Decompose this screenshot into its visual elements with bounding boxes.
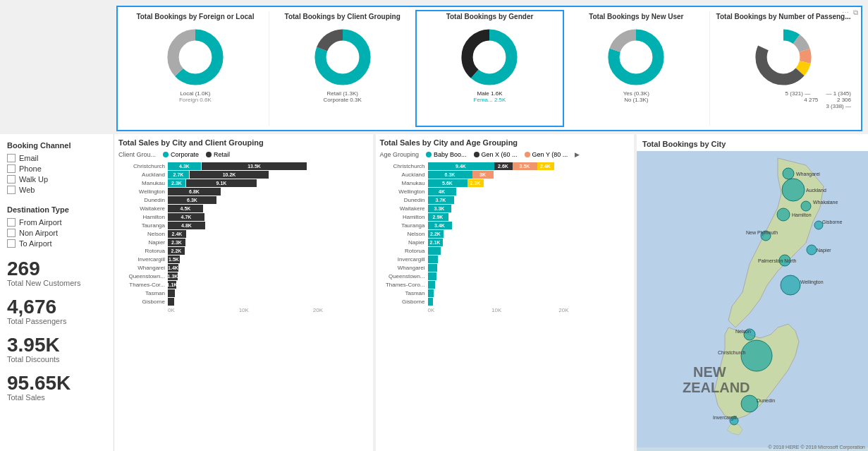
bar-row-2: Tasman bbox=[380, 289, 632, 297]
donut-1-label-1: Local (1.0K) bbox=[179, 90, 212, 97]
legend-babyboo: Baby Boo... bbox=[434, 151, 467, 158]
legend-corporate: Corporate bbox=[171, 151, 199, 158]
bar-row-2: Tauranga 3.4K bbox=[380, 222, 632, 229]
donut-panel-3: Total Bookings by Gender Male 1.6K Fema.… bbox=[415, 10, 565, 127]
filter-web[interactable]: Web bbox=[7, 186, 106, 194]
bar-row: Hamilton 4.7K bbox=[118, 213, 370, 221]
legend-genx: Gen X (60 ... bbox=[482, 151, 518, 158]
bar-row: Waitakere 4.5K bbox=[118, 205, 370, 212]
bar-chart-2-panel: Total Sales by City and Age Grouping Age… bbox=[376, 134, 635, 451]
donut-panel-4: Total Bookings by New User Yes (0.3K) No… bbox=[563, 11, 710, 126]
donut-panel-5: Total Bookings by Number of Passeng... 5… bbox=[710, 11, 857, 126]
svg-point-38 bbox=[781, 275, 800, 295]
donut-panel-2: Total Bookings by Client Grouping Retail… bbox=[269, 11, 417, 126]
map-footer: © 2018 HERE © 2018 Microsoft Corporation bbox=[768, 445, 865, 450]
svg-text:ZEALAND: ZEALAND bbox=[683, 380, 750, 395]
svg-point-26 bbox=[777, 208, 790, 221]
svg-text:Wellington: Wellington bbox=[800, 279, 824, 285]
bar-row: Invercargill 1.5K bbox=[118, 255, 370, 263]
svg-point-5 bbox=[327, 42, 357, 72]
filter-web-label: Web bbox=[19, 186, 35, 194]
svg-text:Auckland: Auckland bbox=[806, 188, 826, 193]
bar-row-2: Dunedin 3.7K bbox=[380, 196, 632, 204]
bar-row-2: Whangarei bbox=[380, 264, 632, 272]
destination-type-title: Destination Type bbox=[7, 205, 106, 214]
filter-phone[interactable]: Phone bbox=[7, 164, 106, 173]
checkbox-from-airport[interactable] bbox=[7, 218, 16, 227]
checkbox-web[interactable] bbox=[7, 186, 16, 194]
map-panel: Total Bookings by City Whangarei bbox=[637, 134, 868, 451]
donut-2-label-1: Retail (1.3K) bbox=[324, 90, 362, 97]
filter-email-label: Email bbox=[19, 154, 39, 162]
bar-row-2: Queenstown... bbox=[380, 272, 632, 280]
stat-label-passengers: Total Passengers bbox=[7, 317, 106, 325]
donut-5-label-1: 5 (321) — — 1 (345) bbox=[713, 90, 851, 97]
svg-text:Whakatane: Whakatane bbox=[813, 200, 838, 205]
svg-point-44 bbox=[741, 395, 758, 412]
donut-title-3: Total Bookings by Gender bbox=[446, 13, 534, 21]
bar-row-2: Napier 2.1K bbox=[380, 239, 632, 246]
donut-panel-1: Total Bookings by Foreign or Local Local… bbox=[122, 11, 269, 126]
svg-point-28 bbox=[801, 201, 811, 211]
donut-4-label-2: No (1.3K) bbox=[623, 97, 649, 103]
bar-row: Tasman bbox=[118, 289, 370, 297]
stat-value-sales: 95.65K bbox=[7, 373, 106, 393]
bar-chart-1-panel: Total Sales by City and Client Grouping … bbox=[114, 134, 373, 451]
legend-geny: Gen Y (80 ... bbox=[532, 151, 568, 158]
svg-text:Hamilton: Hamilton bbox=[792, 212, 812, 217]
checkbox-walkup[interactable] bbox=[7, 175, 16, 184]
donut-5-label-3: 3 (338) — bbox=[713, 103, 851, 109]
filter-to-airport-label: To Airport bbox=[19, 239, 51, 248]
filter-non-airport[interactable]: Non Airport bbox=[7, 229, 106, 237]
bar-chart-2: Christchurch 9.4K 2.6K 3.5K 2.4K Aucklan… bbox=[380, 162, 632, 313]
bar-chart-1: Christchurch 4.3K 13.5K Auckland 2.7K 10… bbox=[118, 162, 370, 313]
donut-5-label-2: 4 275 2 306 bbox=[713, 97, 851, 103]
stat-label-sales: Total Sales bbox=[7, 393, 106, 402]
filter-email[interactable]: Email bbox=[7, 154, 106, 162]
bar-chart-1-legend: Client Grou... Corporate Retail bbox=[118, 151, 370, 158]
stat-new-customers: 269 Total New Customers bbox=[7, 259, 106, 287]
bar-row: Rotorua 2.2K bbox=[118, 247, 370, 255]
filter-from-airport[interactable]: From Airport bbox=[7, 218, 106, 227]
filter-walkup[interactable]: Walk Up bbox=[7, 175, 106, 184]
stat-value-passengers: 4,676 bbox=[7, 297, 106, 317]
bar-row: Gisborne bbox=[118, 298, 370, 306]
booking-channel-group: Booking Channel Email Phone Walk Up Web bbox=[7, 141, 106, 194]
bar-row-2: Invercargill bbox=[380, 255, 632, 263]
donut-3-label-2: Fema... 2.5K bbox=[474, 97, 506, 103]
svg-point-8 bbox=[475, 42, 505, 72]
bar-row-2: Thames-Coro... bbox=[380, 281, 632, 289]
svg-point-24 bbox=[782, 179, 805, 201]
stat-value-discounts: 3.95K bbox=[7, 335, 106, 355]
bar-row: Wellington 6.8K bbox=[118, 188, 370, 196]
checkbox-non-airport[interactable] bbox=[7, 229, 16, 237]
filter-phone-label: Phone bbox=[19, 164, 42, 173]
donut-title-2: Total Bookings by Client Grouping bbox=[285, 13, 401, 21]
top-bar-icons: ⋯⧉ bbox=[842, 8, 858, 17]
bar-row-2: Wellington 4K bbox=[380, 188, 632, 196]
svg-text:Christchurch: Christchurch bbox=[718, 350, 745, 355]
bar-row-2: Waitakere 3.3K bbox=[380, 205, 632, 212]
checkbox-to-airport[interactable] bbox=[7, 239, 16, 248]
stat-value-customers: 269 bbox=[7, 259, 106, 279]
destination-type-group: Destination Type From Airport Non Airpor… bbox=[7, 205, 106, 248]
svg-text:New Plymouth: New Plymouth bbox=[746, 230, 778, 236]
filter-to-airport[interactable]: To Airport bbox=[7, 239, 106, 248]
svg-point-34 bbox=[807, 245, 817, 255]
map-title: Total Bookings by City bbox=[637, 134, 868, 151]
stat-discounts: 3.95K Total Discounts bbox=[7, 335, 106, 363]
donut-title-4: Total Bookings by New User bbox=[589, 13, 683, 21]
bar-row-2: Manukau 5.6K 2.3K bbox=[380, 179, 632, 187]
bar-row: Queenstown... 1.3K bbox=[118, 272, 370, 280]
svg-text:Nelson: Nelson bbox=[735, 329, 751, 334]
bar-row: Auckland 2.7K 10.2K bbox=[118, 171, 370, 179]
svg-text:Gisborne: Gisborne bbox=[822, 220, 843, 224]
checkbox-phone[interactable] bbox=[7, 164, 16, 173]
checkbox-email[interactable] bbox=[7, 154, 16, 162]
svg-point-22 bbox=[783, 168, 794, 179]
svg-text:Dunedin: Dunedin bbox=[757, 398, 775, 403]
donut-title-5: Total Bookings by Number of Passeng... bbox=[716, 13, 851, 21]
map-area: Whangarei Auckland Hamilton Whakatane Gi… bbox=[637, 151, 868, 451]
bar-row-2: Nelson 2.2K bbox=[380, 230, 632, 238]
svg-point-17 bbox=[768, 42, 798, 72]
